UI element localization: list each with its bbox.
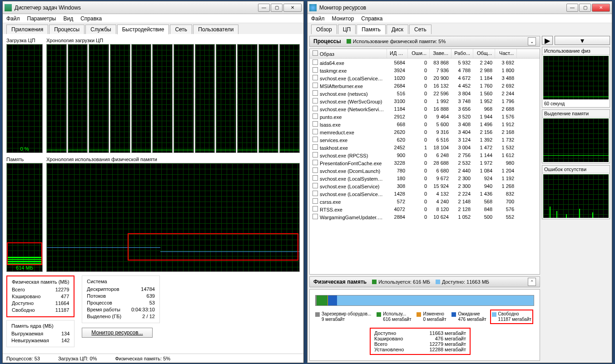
tab-performance[interactable]: Быстродействие <box>117 25 169 34</box>
maximize-button[interactable]: ▢ <box>271 4 283 12</box>
collapse-icon[interactable]: ⌄ <box>528 37 536 45</box>
window-title: Монитор ресурсов <box>319 5 566 11</box>
row-checkbox[interactable] <box>312 83 318 88</box>
titlebar[interactable]: Монитор ресурсов — ▢ ✕ <box>308 1 612 14</box>
tab-network[interactable]: Сеть <box>409 25 431 34</box>
status-processes: Процессов: 53 <box>6 356 40 361</box>
tab-network[interactable]: Сеть <box>170 25 192 34</box>
table-row[interactable]: WargamingGameUpdater.exe 2884 0 10 624 1… <box>310 213 540 221</box>
tab-overview[interactable]: Обзор <box>311 25 337 34</box>
views-button[interactable]: ▾ <box>555 36 610 45</box>
close-button[interactable]: ✕ <box>592 4 610 12</box>
maximize-button[interactable]: ▢ <box>579 4 591 12</box>
app-icon <box>5 4 12 11</box>
menubar: Файл Монитор Справка <box>308 14 612 23</box>
menu-view[interactable]: Вид <box>63 15 73 22</box>
tab-applications[interactable]: Приложения <box>6 25 48 34</box>
close-button[interactable]: ✕ <box>283 4 302 12</box>
cpu-hist-label: Хронология загрузки ЦП <box>46 38 300 43</box>
tab-services[interactable]: Службы <box>85 25 116 34</box>
select-all-checkbox[interactable] <box>312 50 318 56</box>
table-row[interactable]: PresentationFontCache.exe 3228 0 28 688 … <box>310 159 540 167</box>
table-row[interactable]: punto.exe 2912 0 9 464 3 520 1 944 1 576 <box>310 113 540 120</box>
row-checkbox[interactable] <box>312 113 318 119</box>
tab-cpu[interactable]: ЦП <box>338 25 356 34</box>
row-checkbox[interactable] <box>312 90 318 96</box>
mem-value: 614 МБ <box>7 265 42 271</box>
titlebar[interactable]: Диспетчер задач Windows — ▢ ✕ <box>3 1 303 14</box>
row-checkbox[interactable] <box>312 129 318 134</box>
table-row[interactable]: MSIAfterburner.exe 2684 0 16 132 4 452 1… <box>310 82 540 89</box>
table-row[interactable]: csrss.exe 572 0 4 240 2 148 568 700 <box>310 197 540 205</box>
row-checkbox[interactable] <box>312 144 318 150</box>
tab-users[interactable]: Пользователи <box>193 25 238 34</box>
legend-item: Изменено0 мегабайт <box>417 311 446 322</box>
row-checkbox[interactable] <box>312 175 318 181</box>
memory-bar <box>315 295 534 306</box>
row-checkbox[interactable] <box>312 59 318 65</box>
table-row[interactable]: svchost.exe (LocalServiceNo... 1428 0 4 … <box>310 190 540 197</box>
processes-header[interactable]: Процессы Использование физической памяти… <box>309 36 540 47</box>
table-row[interactable]: svchost.exe (NetworkService) 1184 0 16 8… <box>310 105 540 113</box>
table-row[interactable]: RTSS.exe 4072 0 8 120 2 128 848 576 <box>310 205 540 213</box>
cpu-label: Загрузка ЦП <box>6 38 43 43</box>
table-row[interactable]: svchost.exe (DcomLaunch) 780 0 6 680 2 4… <box>310 167 540 174</box>
row-checkbox[interactable] <box>312 75 318 80</box>
tab-memory[interactable]: Память <box>357 25 386 34</box>
collapse-icon[interactable]: ⌃ <box>528 278 536 286</box>
row-checkbox[interactable] <box>312 152 318 157</box>
row-checkbox[interactable] <box>312 191 318 196</box>
table-row[interactable]: taskhost.exe 2452 1 18 104 3 004 1 472 1… <box>310 143 540 151</box>
tabs: Приложения Процессы Службы Быстродействи… <box>3 23 303 34</box>
row-checkbox[interactable] <box>312 183 318 188</box>
row-checkbox[interactable] <box>312 214 318 219</box>
minimize-button[interactable]: — <box>258 4 270 12</box>
side-chart-hardfaults: Ошибок отсутстви <box>542 165 610 219</box>
menu-help[interactable]: Справка <box>361 15 382 22</box>
table-row[interactable]: svchost.exe (RPCSS) 900 0 6 248 2 756 1 … <box>310 151 540 159</box>
table-row[interactable]: lsass.exe 668 0 5 600 3 408 1 496 1 912 <box>310 120 540 128</box>
mem-hist-label: Хронология использования физической памя… <box>46 157 300 162</box>
table-row[interactable]: memreduct.exe 2620 0 9 316 3 404 2 156 2… <box>310 128 540 136</box>
row-checkbox[interactable] <box>312 137 318 142</box>
row-checkbox[interactable] <box>312 206 318 212</box>
window-title: Диспетчер задач Windows <box>15 5 258 11</box>
row-checkbox[interactable] <box>312 167 318 173</box>
system-group: Система Дескрипторов14784 Потоков639 Про… <box>82 275 160 323</box>
table-row[interactable]: taskmgr.exe 3924 0 7 936 4 788 2 988 1 8… <box>310 66 540 74</box>
row-checkbox[interactable] <box>312 67 318 73</box>
table-row[interactable]: svchost.exe (WerSvcGroup) 3100 0 1 992 3… <box>310 97 540 105</box>
row-checkbox[interactable] <box>312 106 318 111</box>
menu-file[interactable]: Файл <box>6 15 20 22</box>
row-checkbox[interactable] <box>312 98 318 103</box>
menu-options[interactable]: Параметры <box>27 15 56 22</box>
row-checkbox[interactable] <box>312 121 318 127</box>
row-checkbox[interactable] <box>312 198 318 204</box>
table-row[interactable]: aida64.exe 5684 0 83 868 5 932 2 240 3 6… <box>310 59 540 66</box>
resource-monitor-button[interactable]: Монитор ресурсов... <box>82 328 152 338</box>
row-checkbox[interactable] <box>312 160 318 165</box>
process-table: Образ ИД п... Оши... Заве... Рабо... Общ… <box>309 49 540 275</box>
physmem-header[interactable]: Физическая память Используется: 616 МБ Д… <box>309 276 540 287</box>
table-row[interactable]: svchost.exe (LocalService) 308 0 15 924 … <box>310 182 540 190</box>
legend-item: Использу...616 мегабайт <box>377 311 411 322</box>
table-row[interactable]: services.exe 620 0 6 516 3 124 1 392 1 7… <box>310 136 540 143</box>
table-row[interactable]: svchost.exe (netsvcs) 516 0 22 596 3 804… <box>310 89 540 97</box>
minimize-button[interactable]: — <box>566 4 578 12</box>
collapse-side-button[interactable]: ▶ <box>542 36 553 45</box>
table-row[interactable]: svchost.exe (LocalSystemNet... 180 0 9 6… <box>310 174 540 182</box>
table-row[interactable]: svchost.exe (LocalServiceNet... 1020 0 2… <box>310 74 540 82</box>
menu-monitor[interactable]: Монитор <box>332 15 354 22</box>
tab-processes[interactable]: Процессы <box>49 25 84 34</box>
legend-item: Ожидание476 мегабайт <box>451 311 486 322</box>
menu-help[interactable]: Справка <box>80 15 102 22</box>
side-panel: ▶ ▾ Использование физ 60 секунд Выделени… <box>542 36 610 361</box>
memory-bar-panel: Зарезервир оборудов...9 мегабайтИспользу… <box>309 289 540 361</box>
menubar: Файл Параметры Вид Справка <box>3 14 303 23</box>
status-cpu: Загрузка ЦП: 0% <box>58 356 97 361</box>
task-manager-window: Диспетчер задач Windows — ▢ ✕ Файл Парам… <box>2 1 304 363</box>
menu-file[interactable]: Файл <box>311 15 325 22</box>
tab-disk[interactable]: Диск <box>387 25 408 34</box>
statusbar: Процессов: 53 Загрузка ЦП: 0% Физическая… <box>3 354 303 363</box>
tabs: Обзор ЦП Память Диск Сеть <box>308 23 612 34</box>
